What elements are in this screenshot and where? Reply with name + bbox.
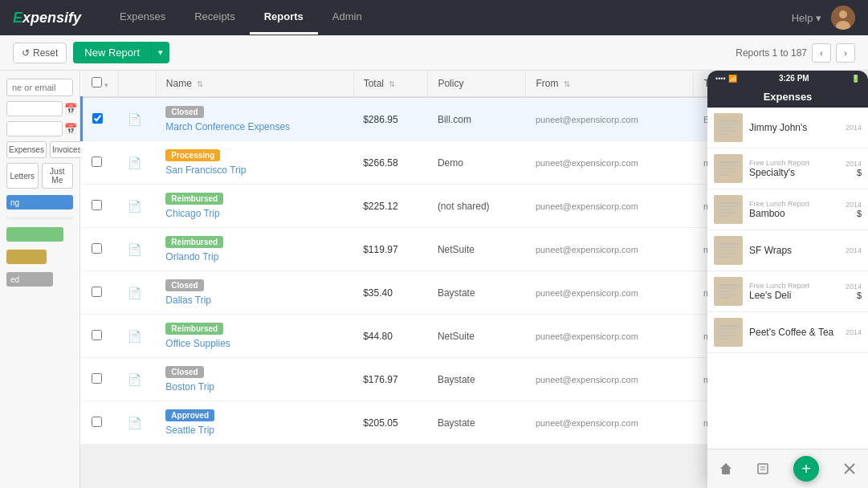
mobile-item-amount: $ — [846, 168, 862, 177]
status-badge: Reimbursed — [165, 193, 223, 205]
report-name-link[interactable]: San Francisco Trip — [165, 165, 246, 176]
row-checkbox[interactable] — [92, 330, 102, 340]
mobile-reports-btn[interactable] — [756, 462, 769, 475]
svg-rect-39 — [722, 469, 730, 474]
nav-tab-expenses[interactable]: Expenses — [105, 1, 180, 35]
report-name-link[interactable]: Office Supplies — [165, 338, 230, 349]
name-email-input[interactable] — [6, 79, 73, 96]
mobile-dots-icon: •••• — [715, 75, 726, 83]
date-to-input[interactable] — [6, 121, 63, 136]
help-button[interactable]: Help ▾ — [792, 12, 821, 24]
row-checkbox[interactable] — [92, 287, 102, 297]
nav-tabs: Expenses Receipts Reports Admin — [105, 1, 377, 35]
report-from: puneet@expensicorp.com — [536, 288, 638, 298]
report-policy: Baystate — [438, 287, 475, 299]
nav-tab-receipts[interactable]: Receipts — [180, 1, 250, 35]
mobile-list-item[interactable]: Peet's Coffee & Tea 2014 — [707, 312, 868, 353]
row-amount-cell: $225.12 — [353, 185, 428, 228]
scope-btn-row: Letters Just Me — [6, 163, 73, 189]
calendar-from-icon[interactable]: 📅 — [64, 103, 77, 115]
row-checkbox[interactable] — [92, 373, 102, 384]
row-from-cell: puneet@expensicorp.com — [526, 185, 694, 228]
mobile-list-item[interactable]: SF Wraps 2014 — [707, 230, 868, 271]
bar-closed[interactable] — [6, 250, 47, 264]
calendar-to-icon[interactable]: 📅 — [64, 123, 77, 135]
bar-reimbursed[interactable] — [6, 227, 63, 242]
row-doc-icon-cell: 📄 — [118, 185, 156, 228]
row-amount-cell: $205.05 — [353, 401, 428, 445]
letters-filter-btn[interactable]: Letters — [6, 163, 39, 189]
report-name-link[interactable]: Dallas Trip — [165, 295, 211, 306]
nav-tab-admin[interactable]: Admin — [318, 1, 377, 35]
row-amount-cell: $44.80 — [353, 315, 428, 358]
header-select-all[interactable]: ▾ — [82, 71, 119, 97]
row-checkbox[interactable] — [92, 200, 102, 210]
row-checkbox-cell[interactable] — [82, 97, 119, 141]
row-checkbox-cell[interactable] — [82, 228, 119, 271]
mobile-item-name: Bamboo — [749, 208, 839, 219]
date-from-input[interactable] — [6, 101, 63, 116]
pagination-next[interactable]: › — [836, 43, 855, 63]
bar-other[interactable]: ed — [6, 272, 53, 287]
row-from-cell: puneet@expensicorp.com — [526, 97, 694, 141]
mobile-item-meta: 2014 $ — [846, 160, 862, 177]
report-policy: NetSuite — [438, 331, 475, 342]
row-checkbox-cell[interactable] — [82, 401, 119, 445]
mobile-item-report: Free Lunch Report — [749, 159, 839, 167]
mobile-close-btn[interactable] — [843, 462, 856, 475]
report-name-link[interactable]: Chicago Trip — [165, 208, 219, 219]
mobile-item-meta: 2014 — [846, 328, 862, 336]
mobile-item-year: 2014 — [846, 246, 862, 254]
row-checkbox-cell[interactable] — [82, 141, 119, 185]
row-checkbox[interactable] — [92, 243, 102, 254]
pagination-text: Reports 1 to 187 — [736, 47, 807, 59]
row-from-cell: puneet@expensicorp.com — [526, 141, 694, 185]
row-checkbox[interactable] — [92, 157, 102, 167]
row-name-cell: Approved Seattle Trip — [156, 401, 353, 445]
mobile-battery-icons: 🔋 — [851, 75, 860, 83]
invoices-filter-btn[interactable]: Invoices — [50, 141, 84, 158]
mobile-item-name: Jimmy John's — [749, 122, 839, 133]
row-checkbox-cell[interactable] — [82, 315, 119, 358]
header-policy[interactable]: Policy — [428, 71, 526, 97]
row-checkbox-cell[interactable] — [82, 358, 119, 401]
row-checkbox-cell[interactable] — [82, 271, 119, 315]
header-total[interactable]: Total ⇅ — [353, 71, 428, 97]
select-all-checkbox[interactable] — [92, 77, 102, 87]
svg-point-1 — [839, 10, 847, 18]
mobile-list-item[interactable]: Free Lunch Report Specialty's 2014 $ — [707, 148, 868, 189]
nav-tab-reports[interactable]: Reports — [250, 1, 318, 35]
new-report-button[interactable]: New Report — [73, 42, 151, 63]
pagination-prev[interactable]: ‹ — [812, 43, 831, 63]
row-policy-cell: (not shared) — [428, 185, 526, 228]
row-checkbox[interactable] — [92, 417, 102, 427]
document-icon: 📄 — [128, 287, 141, 299]
report-name-link[interactable]: Orlando Trip — [165, 251, 218, 262]
document-icon: 📄 — [128, 113, 141, 126]
expenses-filter-btn[interactable]: Expenses — [6, 141, 47, 158]
user-avatar[interactable] — [831, 6, 855, 30]
reset-button[interactable]: ↺ Reset — [13, 43, 67, 63]
mobile-list-item[interactable]: Jimmy John's 2014 — [707, 108, 868, 148]
row-checkbox-cell[interactable] — [82, 185, 119, 228]
mobile-list-item[interactable]: Free Lunch Report Bamboo 2014 $ — [707, 189, 868, 230]
bar-processing[interactable]: ng — [6, 195, 73, 209]
row-checkbox[interactable] — [92, 113, 103, 124]
row-from-cell: puneet@expensicorp.com — [526, 401, 694, 445]
mobile-item-info: Free Lunch Report Specialty's — [749, 159, 839, 178]
header-name[interactable]: Name ⇅ — [156, 71, 353, 97]
expense-thumbnail — [714, 113, 743, 142]
report-from: puneet@expensicorp.com — [536, 245, 638, 254]
report-name-link[interactable]: Boston Trip — [165, 381, 214, 392]
report-name-link[interactable]: March Conference Expenses — [165, 121, 290, 132]
report-amount: $266.58 — [363, 157, 397, 169]
report-policy: Baystate — [438, 374, 475, 385]
mobile-add-button[interactable]: + — [793, 456, 819, 482]
mobile-list-item[interactable]: Free Lunch Report Lee's Deli 2014 $ — [707, 271, 868, 312]
just-me-filter-btn[interactable]: Just Me — [42, 163, 74, 189]
report-name-link[interactable]: Seattle Trip — [165, 425, 214, 436]
mobile-home-btn[interactable] — [719, 462, 732, 475]
document-icon: 📄 — [128, 157, 141, 169]
new-report-dropdown-button[interactable]: ▾ — [151, 42, 169, 63]
header-from[interactable]: From ⇅ — [526, 71, 694, 97]
